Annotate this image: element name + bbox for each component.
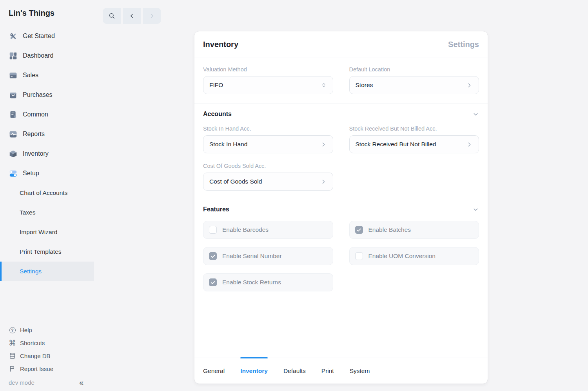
sidebar-item-label: Inventory xyxy=(23,150,49,157)
default-location-label: Default Location xyxy=(349,66,479,73)
valuation-method-select[interactable]: FIFO xyxy=(203,76,333,94)
valuation-method-field-group: Valuation Method FIFO xyxy=(203,66,333,94)
settings-dialog: Inventory Settings Valuation Method FIFO xyxy=(194,31,488,384)
tab-defaults[interactable]: Defaults xyxy=(283,358,306,384)
help-label: Help xyxy=(20,327,32,333)
sidebar-subitem-label: Chart of Accounts xyxy=(20,189,67,196)
tab-label: Defaults xyxy=(283,367,306,375)
dialog-title: Inventory xyxy=(203,40,238,49)
settings-tabbar: General Inventory Defaults Print System xyxy=(194,358,488,384)
back-button[interactable] xyxy=(123,8,141,24)
cogs-field-group: Cost Of Goods Sold Acc. Cost of Goods So… xyxy=(203,163,333,191)
stock-received-field-group: Stock Received But Not Billed Acc. Stock… xyxy=(349,125,479,153)
document-arrow-icon xyxy=(9,110,17,119)
check-icon xyxy=(211,254,216,259)
tab-inventory[interactable]: Inventory xyxy=(240,358,268,384)
features-section-header[interactable]: Features xyxy=(203,199,479,213)
package-box-icon xyxy=(9,149,17,158)
feature-enable-stock-returns[interactable]: Enable Stock Returns xyxy=(203,273,333,291)
tab-print[interactable]: Print xyxy=(321,358,334,384)
feature-enable-serial-number[interactable]: Enable Serial Number xyxy=(203,247,333,265)
search-icon xyxy=(108,12,116,20)
tab-label: Inventory xyxy=(240,367,268,375)
feature-enable-uom-conversion[interactable]: Enable UOM Conversion xyxy=(349,247,479,265)
sidebar-item-print-templates[interactable]: Print Templates xyxy=(0,242,94,262)
sidebar-item-inventory[interactable]: Inventory xyxy=(0,144,94,164)
default-location-link[interactable]: Stores xyxy=(349,76,479,94)
sidebar-subitem-label: Print Templates xyxy=(20,248,62,255)
sidebar-item-label: Dashboard xyxy=(23,52,53,59)
tab-general[interactable]: General xyxy=(203,358,225,384)
sidebar-item-taxes[interactable]: Taxes xyxy=(0,203,94,222)
sidebar-item-chart-of-accounts[interactable]: Chart of Accounts xyxy=(0,183,94,203)
chevron-right-icon xyxy=(320,178,327,185)
enable-barcodes-checkbox[interactable] xyxy=(209,226,217,234)
tools-icon xyxy=(9,32,17,40)
forward-button[interactable] xyxy=(143,8,161,24)
chevron-right-icon xyxy=(148,12,156,20)
valuation-method-value: FIFO xyxy=(209,82,223,89)
tab-label: System xyxy=(350,367,370,375)
stock-received-link[interactable]: Stock Received But Not Billed xyxy=(349,135,479,153)
collapse-sidebar-icon[interactable]: « xyxy=(78,378,85,386)
sidebar-item-settings[interactable]: Settings xyxy=(0,262,94,281)
accounts-section-title: Accounts xyxy=(203,111,232,118)
tab-label: General xyxy=(203,367,225,375)
chevron-left-icon xyxy=(128,12,136,20)
sidebar-item-reports[interactable]: Reports xyxy=(0,124,94,144)
dev-mode-label: dev mode xyxy=(9,379,34,386)
feature-label: Enable Batches xyxy=(368,226,411,233)
chevron-down-icon xyxy=(472,206,479,213)
select-updown-icon xyxy=(321,82,327,88)
change-db-label: Change DB xyxy=(20,353,51,359)
check-icon xyxy=(211,280,216,285)
stock-received-label: Stock Received But Not Billed Acc. xyxy=(349,125,479,132)
sidebar-item-common[interactable]: Common xyxy=(0,105,94,124)
shortcuts-button[interactable]: ⌘ Shortcuts xyxy=(9,336,85,349)
command-icon: ⌘ xyxy=(9,339,16,347)
sidebar-item-label: Purchases xyxy=(23,91,53,98)
stock-in-hand-value: Stock In Hand xyxy=(209,141,247,148)
credit-card-icon xyxy=(9,71,17,80)
enable-stock-returns-checkbox[interactable] xyxy=(209,278,217,286)
search-button[interactable] xyxy=(103,8,121,24)
tab-system[interactable]: System xyxy=(350,358,370,384)
help-button[interactable]: ? Help xyxy=(9,324,85,336)
feature-label: Enable Stock Returns xyxy=(222,279,281,286)
feature-label: Enable Barcodes xyxy=(222,226,269,233)
report-issue-label: Report Issue xyxy=(20,366,53,372)
enable-serial-number-checkbox[interactable] xyxy=(209,252,217,260)
chevron-right-icon xyxy=(320,141,327,148)
sidebar-item-purchases[interactable]: Purchases xyxy=(0,85,94,105)
sidebar-item-label: Reports xyxy=(23,131,45,138)
feature-enable-batches[interactable]: Enable Batches xyxy=(349,221,479,239)
database-icon xyxy=(9,352,16,360)
features-section-title: Features xyxy=(203,206,229,213)
sidebar-subitem-label: Import Wizard xyxy=(20,229,57,236)
sidebar-item-setup[interactable]: Setup xyxy=(0,164,94,183)
sidebar-nav: Get Started Dashboard Sales xyxy=(0,26,94,281)
stock-in-hand-field-group: Stock In Hand Acc. Stock In Hand xyxy=(203,125,333,153)
stock-in-hand-link[interactable]: Stock In Hand xyxy=(203,135,333,153)
stock-received-value: Stock Received But Not Billed xyxy=(356,141,436,148)
cogs-link[interactable]: Cost of Goods Sold xyxy=(203,173,333,191)
sidebar-item-dashboard[interactable]: Dashboard xyxy=(0,46,94,65)
accounts-section-header[interactable]: Accounts xyxy=(203,104,479,118)
enable-batches-checkbox[interactable] xyxy=(355,226,363,234)
sidebar-footer: ? Help ⌘ Shortcuts Change DB xyxy=(0,324,94,391)
feature-enable-barcodes[interactable]: Enable Barcodes xyxy=(203,221,333,239)
flag-icon xyxy=(9,365,16,373)
dialog-subtitle: Settings xyxy=(448,40,479,49)
chevron-down-icon xyxy=(472,111,479,118)
tab-label: Print xyxy=(321,367,334,375)
toggles-icon xyxy=(9,169,17,178)
sidebar-item-sales[interactable]: Sales xyxy=(0,65,94,85)
change-db-button[interactable]: Change DB xyxy=(9,349,85,362)
report-issue-button[interactable]: Report Issue xyxy=(9,362,85,375)
feature-label: Enable Serial Number xyxy=(222,253,282,260)
default-location-field-group: Default Location Stores xyxy=(349,66,479,94)
enable-uom-conversion-checkbox[interactable] xyxy=(355,252,363,260)
main-area: Inventory Settings Valuation Method FIFO xyxy=(94,0,588,391)
sidebar-item-get-started[interactable]: Get Started xyxy=(0,26,94,46)
sidebar-item-import-wizard[interactable]: Import Wizard xyxy=(0,222,94,242)
